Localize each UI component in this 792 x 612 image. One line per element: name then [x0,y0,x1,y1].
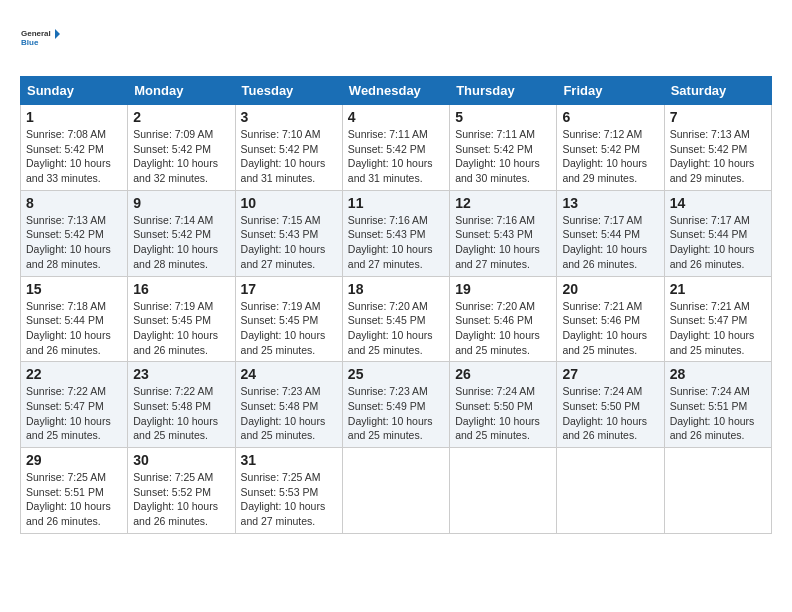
day-number: 15 [26,281,122,297]
calendar-week-4: 22 Sunrise: 7:22 AM Sunset: 5:47 PM Dayl… [21,362,772,448]
day-number: 14 [670,195,766,211]
day-number: 4 [348,109,444,125]
day-number: 11 [348,195,444,211]
day-info: Sunrise: 7:24 AM Sunset: 5:50 PM Dayligh… [455,384,551,443]
calendar-cell: 16 Sunrise: 7:19 AM Sunset: 5:45 PM Dayl… [128,276,235,362]
day-info: Sunrise: 7:25 AM Sunset: 5:52 PM Dayligh… [133,470,229,529]
calendar-header-row: SundayMondayTuesdayWednesdayThursdayFrid… [21,77,772,105]
calendar-cell: 30 Sunrise: 7:25 AM Sunset: 5:52 PM Dayl… [128,448,235,534]
day-number: 31 [241,452,337,468]
calendar-table: SundayMondayTuesdayWednesdayThursdayFrid… [20,76,772,534]
calendar-cell: 27 Sunrise: 7:24 AM Sunset: 5:50 PM Dayl… [557,362,664,448]
calendar-cell: 26 Sunrise: 7:24 AM Sunset: 5:50 PM Dayl… [450,362,557,448]
day-number: 16 [133,281,229,297]
day-info: Sunrise: 7:20 AM Sunset: 5:45 PM Dayligh… [348,299,444,358]
calendar-cell [664,448,771,534]
calendar-week-1: 1 Sunrise: 7:08 AM Sunset: 5:42 PM Dayli… [21,105,772,191]
calendar-cell: 21 Sunrise: 7:21 AM Sunset: 5:47 PM Dayl… [664,276,771,362]
calendar-cell: 8 Sunrise: 7:13 AM Sunset: 5:42 PM Dayli… [21,190,128,276]
day-info: Sunrise: 7:15 AM Sunset: 5:43 PM Dayligh… [241,213,337,272]
day-number: 3 [241,109,337,125]
day-info: Sunrise: 7:11 AM Sunset: 5:42 PM Dayligh… [455,127,551,186]
day-number: 18 [348,281,444,297]
calendar-cell: 14 Sunrise: 7:17 AM Sunset: 5:44 PM Dayl… [664,190,771,276]
calendar-cell: 2 Sunrise: 7:09 AM Sunset: 5:42 PM Dayli… [128,105,235,191]
day-number: 9 [133,195,229,211]
day-info: Sunrise: 7:23 AM Sunset: 5:48 PM Dayligh… [241,384,337,443]
day-number: 10 [241,195,337,211]
calendar-header-sunday: Sunday [21,77,128,105]
day-number: 27 [562,366,658,382]
calendar-cell: 24 Sunrise: 7:23 AM Sunset: 5:48 PM Dayl… [235,362,342,448]
day-number: 19 [455,281,551,297]
calendar-week-5: 29 Sunrise: 7:25 AM Sunset: 5:51 PM Dayl… [21,448,772,534]
svg-text:General: General [21,29,51,38]
day-number: 24 [241,366,337,382]
calendar-cell: 7 Sunrise: 7:13 AM Sunset: 5:42 PM Dayli… [664,105,771,191]
day-info: Sunrise: 7:10 AM Sunset: 5:42 PM Dayligh… [241,127,337,186]
calendar-header-saturday: Saturday [664,77,771,105]
day-info: Sunrise: 7:19 AM Sunset: 5:45 PM Dayligh… [133,299,229,358]
day-info: Sunrise: 7:17 AM Sunset: 5:44 PM Dayligh… [562,213,658,272]
day-number: 17 [241,281,337,297]
svg-marker-3 [55,29,60,39]
day-number: 7 [670,109,766,125]
day-info: Sunrise: 7:16 AM Sunset: 5:43 PM Dayligh… [348,213,444,272]
calendar-cell: 15 Sunrise: 7:18 AM Sunset: 5:44 PM Dayl… [21,276,128,362]
day-info: Sunrise: 7:21 AM Sunset: 5:46 PM Dayligh… [562,299,658,358]
calendar-cell: 25 Sunrise: 7:23 AM Sunset: 5:49 PM Dayl… [342,362,449,448]
day-info: Sunrise: 7:21 AM Sunset: 5:47 PM Dayligh… [670,299,766,358]
day-info: Sunrise: 7:20 AM Sunset: 5:46 PM Dayligh… [455,299,551,358]
day-info: Sunrise: 7:25 AM Sunset: 5:51 PM Dayligh… [26,470,122,529]
day-number: 23 [133,366,229,382]
calendar-header-monday: Monday [128,77,235,105]
day-number: 29 [26,452,122,468]
day-number: 1 [26,109,122,125]
svg-text:Blue: Blue [21,38,39,47]
calendar-cell: 9 Sunrise: 7:14 AM Sunset: 5:42 PM Dayli… [128,190,235,276]
day-info: Sunrise: 7:19 AM Sunset: 5:45 PM Dayligh… [241,299,337,358]
day-number: 6 [562,109,658,125]
day-number: 13 [562,195,658,211]
calendar-cell: 31 Sunrise: 7:25 AM Sunset: 5:53 PM Dayl… [235,448,342,534]
day-info: Sunrise: 7:14 AM Sunset: 5:42 PM Dayligh… [133,213,229,272]
day-number: 30 [133,452,229,468]
day-info: Sunrise: 7:17 AM Sunset: 5:44 PM Dayligh… [670,213,766,272]
day-number: 2 [133,109,229,125]
calendar-cell: 13 Sunrise: 7:17 AM Sunset: 5:44 PM Dayl… [557,190,664,276]
calendar-cell: 3 Sunrise: 7:10 AM Sunset: 5:42 PM Dayli… [235,105,342,191]
calendar-cell: 4 Sunrise: 7:11 AM Sunset: 5:42 PM Dayli… [342,105,449,191]
calendar-header-thursday: Thursday [450,77,557,105]
calendar-cell [557,448,664,534]
calendar-cell: 6 Sunrise: 7:12 AM Sunset: 5:42 PM Dayli… [557,105,664,191]
day-info: Sunrise: 7:24 AM Sunset: 5:50 PM Dayligh… [562,384,658,443]
day-info: Sunrise: 7:22 AM Sunset: 5:48 PM Dayligh… [133,384,229,443]
day-number: 25 [348,366,444,382]
calendar-cell: 10 Sunrise: 7:15 AM Sunset: 5:43 PM Dayl… [235,190,342,276]
day-number: 20 [562,281,658,297]
calendar-cell: 12 Sunrise: 7:16 AM Sunset: 5:43 PM Dayl… [450,190,557,276]
day-number: 21 [670,281,766,297]
day-info: Sunrise: 7:16 AM Sunset: 5:43 PM Dayligh… [455,213,551,272]
calendar-cell: 20 Sunrise: 7:21 AM Sunset: 5:46 PM Dayl… [557,276,664,362]
day-info: Sunrise: 7:22 AM Sunset: 5:47 PM Dayligh… [26,384,122,443]
logo: General Blue [20,20,60,60]
calendar-week-2: 8 Sunrise: 7:13 AM Sunset: 5:42 PM Dayli… [21,190,772,276]
day-info: Sunrise: 7:09 AM Sunset: 5:42 PM Dayligh… [133,127,229,186]
calendar-cell [450,448,557,534]
day-info: Sunrise: 7:13 AM Sunset: 5:42 PM Dayligh… [670,127,766,186]
calendar-cell: 11 Sunrise: 7:16 AM Sunset: 5:43 PM Dayl… [342,190,449,276]
calendar-cell: 18 Sunrise: 7:20 AM Sunset: 5:45 PM Dayl… [342,276,449,362]
calendar-header-wednesday: Wednesday [342,77,449,105]
calendar-week-3: 15 Sunrise: 7:18 AM Sunset: 5:44 PM Dayl… [21,276,772,362]
day-info: Sunrise: 7:13 AM Sunset: 5:42 PM Dayligh… [26,213,122,272]
calendar-cell: 5 Sunrise: 7:11 AM Sunset: 5:42 PM Dayli… [450,105,557,191]
day-info: Sunrise: 7:23 AM Sunset: 5:49 PM Dayligh… [348,384,444,443]
calendar-header-tuesday: Tuesday [235,77,342,105]
calendar-cell: 19 Sunrise: 7:20 AM Sunset: 5:46 PM Dayl… [450,276,557,362]
calendar-cell: 23 Sunrise: 7:22 AM Sunset: 5:48 PM Dayl… [128,362,235,448]
calendar-cell: 22 Sunrise: 7:22 AM Sunset: 5:47 PM Dayl… [21,362,128,448]
day-number: 26 [455,366,551,382]
calendar-cell: 29 Sunrise: 7:25 AM Sunset: 5:51 PM Dayl… [21,448,128,534]
calendar-cell: 1 Sunrise: 7:08 AM Sunset: 5:42 PM Dayli… [21,105,128,191]
